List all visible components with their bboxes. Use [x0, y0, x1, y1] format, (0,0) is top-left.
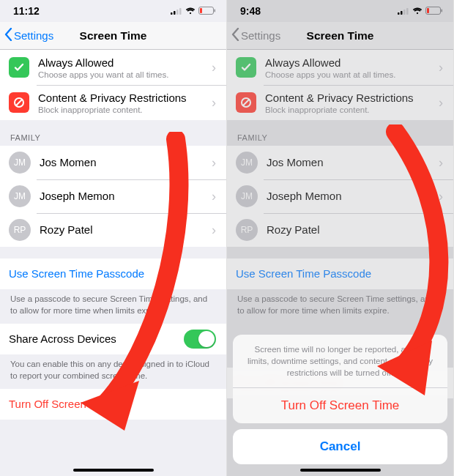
share-devices-row: Share Across Devices [0, 324, 226, 354]
action-sheet: Screen time will no longer be reported, … [233, 335, 447, 464]
use-passcode-row: Use Screen Time Passcode [227, 259, 453, 289]
svg-line-8 [16, 100, 22, 105]
home-indicator[interactable] [300, 469, 381, 472]
family-member-row: JM Jos Momen › [227, 146, 453, 179]
nav-bar: Settings Screen Time [227, 22, 453, 50]
svg-rect-3 [179, 8, 182, 15]
svg-rect-6 [215, 10, 216, 12]
turn-off-row[interactable]: Turn Off Screen Time [0, 389, 226, 420]
family-member-row[interactable]: RP Rozy Patel › [0, 213, 226, 247]
avatar: JM [9, 185, 31, 207]
screen-left: 11:12 Settings Screen Time Always Allowe… [0, 0, 227, 476]
checkmark-icon [9, 57, 29, 78]
avatar: JM [9, 152, 31, 174]
family-member-row: RP Rozy Patel › [227, 213, 453, 247]
svg-rect-10 [398, 12, 400, 15]
family-header: FAMILY [0, 120, 226, 146]
passcode-footer: Use a passcode to secure Screen Time set… [227, 289, 453, 324]
content-privacy-row[interactable]: Content & Privacy Restrictions Block ina… [0, 85, 226, 120]
family-member-row: JM Joseph Memon › [227, 179, 453, 213]
checkmark-icon [236, 57, 256, 78]
no-entry-icon [236, 92, 256, 113]
sheet-cancel-button[interactable]: Cancel [233, 429, 447, 464]
svg-rect-5 [200, 8, 202, 13]
back-button[interactable]: Settings [231, 22, 280, 49]
family-header: FAMILY [227, 120, 453, 146]
screen-right: 9:48 Settings Screen Time Always Allowed… [227, 0, 454, 476]
chevron-right-icon: › [439, 60, 443, 75]
use-passcode-row[interactable]: Use Screen Time Passcode [0, 259, 226, 289]
row-title: Content & Privacy Restrictions [265, 92, 434, 105]
signal-icon [398, 7, 409, 15]
settings-group: Always Allowed Choose apps you want at a… [0, 50, 226, 120]
svg-rect-0 [171, 12, 173, 15]
svg-line-18 [243, 100, 249, 105]
family-list: JM Jos Momen › JM Joseph Memon › RP Rozy… [0, 146, 226, 247]
back-label: Settings [14, 29, 53, 42]
share-footer: You can enable this on any device signed… [0, 354, 226, 389]
avatar: JM [236, 152, 258, 174]
nav-bar: Settings Screen Time [0, 22, 226, 50]
row-subtitle: Choose apps you want at all times. [265, 70, 434, 79]
avatar: RP [9, 219, 31, 241]
status-indicators [398, 7, 443, 15]
member-name: Joseph Memon [267, 190, 434, 203]
wifi-icon [412, 7, 423, 15]
sheet-confirm-button[interactable]: Turn Off Screen Time [233, 388, 447, 423]
always-allowed-row[interactable]: Always Allowed Choose apps you want at a… [0, 50, 226, 85]
status-indicators [171, 7, 216, 15]
chevron-right-icon: › [439, 189, 443, 204]
page-title: Screen Time [80, 29, 147, 42]
svg-rect-11 [401, 11, 403, 15]
chevron-right-icon: › [212, 60, 216, 75]
svg-rect-13 [406, 8, 409, 15]
chevron-right-icon: › [212, 155, 216, 171]
row-title: Always Allowed [265, 56, 434, 70]
family-list: JM Jos Momen › JM Joseph Memon › RP Rozy… [227, 146, 453, 247]
sheet-message: Screen time will no longer be reported, … [233, 335, 447, 388]
back-label: Settings [241, 29, 280, 42]
settings-group: Always Allowed Choose apps you want at a… [227, 50, 453, 120]
row-title: Use Screen Time Passcode [9, 267, 216, 280]
avatar: RP [236, 219, 258, 241]
row-title: Always Allowed [38, 56, 207, 70]
row-subtitle: Choose apps you want at all times. [38, 70, 207, 79]
battery-low-icon [425, 7, 443, 15]
family-member-row[interactable]: JM Joseph Memon › [0, 179, 226, 213]
signal-icon [171, 7, 182, 15]
row-subtitle: Block inappropriate content. [265, 105, 434, 114]
chevron-right-icon: › [212, 223, 216, 238]
back-button[interactable]: Settings [4, 22, 53, 49]
status-time: 9:48 [240, 5, 261, 17]
svg-rect-15 [427, 8, 429, 13]
row-title: Use Screen Time Passcode [236, 267, 443, 280]
member-name: Jos Momen [40, 156, 207, 169]
chevron-right-icon: › [439, 95, 443, 111]
share-toggle[interactable] [184, 330, 216, 349]
chevron-right-icon: › [439, 223, 443, 238]
always-allowed-row: Always Allowed Choose apps you want at a… [227, 50, 453, 85]
chevron-right-icon: › [439, 155, 443, 171]
chevron-left-icon [231, 28, 239, 43]
chevron-right-icon: › [212, 95, 216, 111]
member-name: Rozy Patel [267, 223, 434, 237]
svg-rect-16 [442, 10, 443, 12]
member-name: Jos Momen [267, 156, 434, 169]
passcode-footer: Use a passcode to secure Screen Time set… [0, 289, 226, 324]
chevron-right-icon: › [212, 189, 216, 204]
row-title: Turn Off Screen Time [9, 398, 216, 411]
member-name: Joseph Memon [40, 190, 207, 203]
avatar: JM [236, 185, 258, 207]
wifi-icon [185, 7, 196, 15]
row-subtitle: Block inappropriate content. [38, 105, 207, 114]
svg-rect-1 [174, 11, 176, 15]
row-title: Share Across Devices [9, 332, 184, 346]
status-bar: 9:48 [227, 0, 453, 22]
row-title: Content & Privacy Restrictions [38, 92, 207, 105]
home-indicator[interactable] [73, 469, 154, 472]
status-time: 11:12 [13, 5, 40, 17]
status-bar: 11:12 [0, 0, 226, 22]
family-member-row[interactable]: JM Jos Momen › [0, 146, 226, 179]
no-entry-icon [9, 92, 29, 113]
chevron-left-icon [4, 28, 12, 43]
